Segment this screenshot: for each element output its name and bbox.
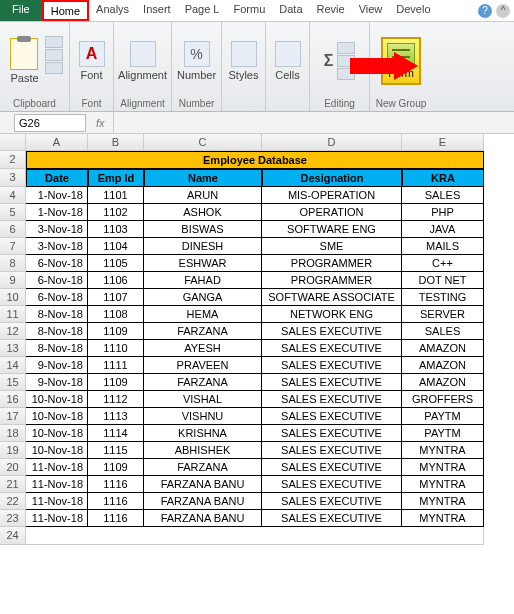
row-header-6[interactable]: 6 — [0, 221, 26, 238]
cell-date[interactable]: 10-Nov-18 — [26, 391, 88, 408]
cell-designation[interactable]: SME — [262, 238, 402, 255]
cell-name[interactable]: ASHOK — [144, 204, 262, 221]
row-header-4[interactable]: 4 — [0, 187, 26, 204]
cell-name[interactable]: VISHNU — [144, 408, 262, 425]
cell-date[interactable]: 11-Nov-18 — [26, 459, 88, 476]
format-painter-icon[interactable] — [45, 62, 63, 74]
cell-name[interactable]: BISWAS — [144, 221, 262, 238]
row-header-21[interactable]: 21 — [0, 476, 26, 493]
cell-designation[interactable]: SOFTWARE ASSOCIATE — [262, 289, 402, 306]
cell-empid[interactable]: 1116 — [88, 510, 144, 527]
cell-kra[interactable]: SALES — [402, 187, 484, 204]
cell-date[interactable]: 10-Nov-18 — [26, 442, 88, 459]
help-icon[interactable]: ? — [478, 4, 492, 18]
cell-date[interactable]: 11-Nov-18 — [26, 493, 88, 510]
cell-kra[interactable]: JAVA — [402, 221, 484, 238]
cell-designation[interactable]: SALES EXECUTIVE — [262, 323, 402, 340]
cell-empid[interactable]: 1102 — [88, 204, 144, 221]
styles-button[interactable]: Styles — [225, 24, 263, 97]
cell-designation[interactable]: SALES EXECUTIVE — [262, 340, 402, 357]
cell-name[interactable]: FARZANA BANU — [144, 493, 262, 510]
cell-kra[interactable]: SERVER — [402, 306, 484, 323]
cell-designation[interactable]: SALES EXECUTIVE — [262, 459, 402, 476]
worksheet[interactable]: ABCDE2Employee Database3DateEmp IdNameDe… — [0, 134, 514, 545]
row-header-22[interactable]: 22 — [0, 493, 26, 510]
cell-empid[interactable]: 1101 — [88, 187, 144, 204]
tab-insert[interactable]: Insert — [136, 0, 178, 21]
row-header-2[interactable]: 2 — [0, 151, 26, 169]
cell-kra[interactable]: DOT NET — [402, 272, 484, 289]
cell-date[interactable]: 11-Nov-18 — [26, 510, 88, 527]
copy-icon[interactable] — [45, 49, 63, 61]
col-header-B[interactable]: B — [88, 134, 144, 151]
cell-date[interactable]: 10-Nov-18 — [26, 425, 88, 442]
cell-empid[interactable]: 1107 — [88, 289, 144, 306]
tab-formu[interactable]: Formu — [227, 0, 273, 21]
cell-kra[interactable]: PAYTM — [402, 425, 484, 442]
row-header-20[interactable]: 20 — [0, 459, 26, 476]
row-header-3[interactable]: 3 — [0, 169, 26, 187]
empty-row[interactable] — [26, 527, 484, 545]
cell-kra[interactable]: AMAZON — [402, 374, 484, 391]
cell-date[interactable]: 8-Nov-18 — [26, 306, 88, 323]
cell-empid[interactable]: 1115 — [88, 442, 144, 459]
cell-date[interactable]: 6-Nov-18 — [26, 272, 88, 289]
tab-analys[interactable]: Analys — [89, 0, 136, 21]
cell-date[interactable]: 9-Nov-18 — [26, 374, 88, 391]
cell-name[interactable]: PRAVEEN — [144, 357, 262, 374]
row-header-10[interactable]: 10 — [0, 289, 26, 306]
cell-kra[interactable]: MYNTRA — [402, 493, 484, 510]
cell-kra[interactable]: C++ — [402, 255, 484, 272]
select-all-corner[interactable] — [0, 134, 26, 151]
cell-date[interactable]: 3-Nov-18 — [26, 238, 88, 255]
cell-name[interactable]: HEMA — [144, 306, 262, 323]
cell-kra[interactable]: SALES — [402, 323, 484, 340]
cell-kra[interactable]: MYNTRA — [402, 459, 484, 476]
cell-empid[interactable]: 1109 — [88, 374, 144, 391]
cell-designation[interactable]: NETWORK ENG — [262, 306, 402, 323]
tab-file[interactable]: File — [0, 0, 42, 21]
cell-name[interactable]: KRISHNA — [144, 425, 262, 442]
cell-designation[interactable]: SALES EXECUTIVE — [262, 493, 402, 510]
cell-kra[interactable]: MYNTRA — [402, 442, 484, 459]
cell-empid[interactable]: 1109 — [88, 323, 144, 340]
cell-empid[interactable]: 1104 — [88, 238, 144, 255]
row-header-19[interactable]: 19 — [0, 442, 26, 459]
font-button[interactable]: A Font — [75, 24, 109, 97]
cell-designation[interactable]: SALES EXECUTIVE — [262, 510, 402, 527]
name-box[interactable] — [14, 114, 86, 132]
cell-date[interactable]: 9-Nov-18 — [26, 357, 88, 374]
cell-name[interactable]: DINESH — [144, 238, 262, 255]
cell-name[interactable]: VISHAL — [144, 391, 262, 408]
cell-empid[interactable]: 1113 — [88, 408, 144, 425]
tab-revie[interactable]: Revie — [310, 0, 352, 21]
cell-empid[interactable]: 1116 — [88, 476, 144, 493]
cell-designation[interactable]: SALES EXECUTIVE — [262, 374, 402, 391]
tab-home[interactable]: Home — [42, 0, 89, 21]
formula-input[interactable] — [113, 112, 514, 133]
paste-button[interactable]: Paste — [6, 36, 42, 86]
cell-kra[interactable]: AMAZON — [402, 340, 484, 357]
row-header-16[interactable]: 16 — [0, 391, 26, 408]
cell-name[interactable]: ABHISHEK — [144, 442, 262, 459]
fx-icon[interactable]: fx — [88, 117, 113, 129]
cell-date[interactable]: 6-Nov-18 — [26, 255, 88, 272]
cell-designation[interactable]: OPERATION — [262, 204, 402, 221]
cell-name[interactable]: AYESH — [144, 340, 262, 357]
row-header-5[interactable]: 5 — [0, 204, 26, 221]
cell-empid[interactable]: 1108 — [88, 306, 144, 323]
cell-date[interactable]: 10-Nov-18 — [26, 408, 88, 425]
cell-name[interactable]: FAHAD — [144, 272, 262, 289]
cell-empid[interactable]: 1111 — [88, 357, 144, 374]
cell-designation[interactable]: SALES EXECUTIVE — [262, 357, 402, 374]
cell-name[interactable]: ESHWAR — [144, 255, 262, 272]
cell-empid[interactable]: 1109 — [88, 459, 144, 476]
tab-page l[interactable]: Page L — [178, 0, 227, 21]
cell-kra[interactable]: AMAZON — [402, 357, 484, 374]
cell-designation[interactable]: PROGRAMMER — [262, 272, 402, 289]
row-header-23[interactable]: 23 — [0, 510, 26, 527]
row-header-17[interactable]: 17 — [0, 408, 26, 425]
cell-name[interactable]: FARZANA — [144, 323, 262, 340]
cell-kra[interactable]: GROFFERS — [402, 391, 484, 408]
cell-name[interactable]: FARZANA — [144, 459, 262, 476]
